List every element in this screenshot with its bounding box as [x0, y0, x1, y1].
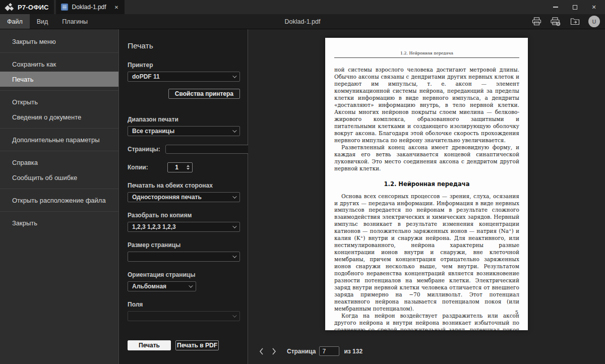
chevron-down-icon	[232, 194, 236, 198]
chevron-down-icon	[232, 313, 236, 317]
orientation-label: Ориентация страницы	[128, 271, 240, 278]
chevron-down-icon	[232, 128, 236, 132]
sidebar-item-open-file-location[interactable]: Открыть расположение файла	[0, 193, 118, 208]
duplex-select[interactable]: Односторонняя печать	[128, 192, 240, 202]
open-file-location-icon[interactable]	[569, 17, 580, 27]
sidebar-item-help[interactable]: Справка	[0, 155, 118, 170]
print-range-label: Диапазон печати	[128, 116, 240, 123]
printer-properties-button[interactable]: Свойства принтера	[168, 89, 240, 99]
file-menu-sidebar: Закрыть меню Сохранить как Печать Открыт…	[0, 29, 119, 364]
document-icon	[61, 4, 68, 11]
document-tab[interactable]: Doklad-1.pdf ✕	[56, 0, 125, 14]
minimize-button[interactable]	[553, 4, 559, 10]
duplex-label: Печатать на обеих сторонах	[128, 182, 240, 189]
sidebar-item-print[interactable]: Печать	[0, 72, 118, 87]
user-avatar[interactable]: U	[588, 16, 600, 27]
r7-office-logo-icon	[5, 3, 14, 11]
orientation-select[interactable]: Альбомная	[128, 281, 196, 291]
sidebar-item-report-issue[interactable]: Сообщить об ошибке	[0, 170, 118, 185]
page-navigation: Страница из 132	[259, 346, 362, 356]
page-running-head: 1.2. Нейронная передача	[334, 51, 519, 58]
print-range-select[interactable]: Все страницы	[128, 126, 240, 136]
window-controls: ✕	[553, 0, 605, 14]
sidebar-item-close-menu[interactable]: Закрыть меню	[0, 34, 118, 49]
page-size-select[interactable]	[128, 252, 240, 262]
sidebar-item-save-as[interactable]: Сохранить как	[0, 56, 118, 72]
page-paragraph: Разветвленный конец аксона имеет древови…	[334, 144, 519, 172]
collate-select[interactable]: 1,2,3 1,2,3 1,2,3	[128, 222, 240, 232]
sidebar-item-document-info[interactable]: Сведения о документе	[0, 109, 118, 125]
printer-select-value: doPDF 11	[132, 73, 160, 80]
copies-stepper[interactable]: 1	[167, 162, 193, 172]
pages-input[interactable]	[165, 145, 251, 154]
tab-close-icon[interactable]: ✕	[114, 5, 118, 10]
margins-label: Поля	[128, 301, 240, 308]
menu-bar: Файл Вид Плагины Doklad-1.pdf	[0, 14, 605, 29]
print-icon[interactable]	[531, 17, 542, 27]
chevron-down-icon	[232, 254, 236, 258]
page-number: 5	[515, 310, 518, 315]
margins-select	[128, 311, 240, 321]
maximize-button[interactable]	[572, 4, 578, 10]
orientation-select-value: Альбомная	[132, 283, 166, 290]
copies-value: 1	[168, 164, 186, 171]
chevron-down-icon	[232, 224, 236, 228]
sidebar-item-close[interactable]: Закрыть	[0, 215, 118, 230]
chevron-down-icon	[189, 283, 193, 287]
tab-label: Doklad-1.pdf	[72, 4, 106, 11]
main-content: Закрыть меню Сохранить как Печать Открыт…	[0, 29, 605, 364]
copies-label: Копии:	[128, 164, 148, 171]
printer-select[interactable]: doPDF 11	[128, 72, 240, 82]
current-page-input[interactable]	[319, 346, 339, 356]
stepper-arrows-icon[interactable]	[186, 165, 192, 170]
document-title: Doklad-1.pdf	[285, 14, 321, 29]
duplex-select-value: Односторонняя печать	[132, 194, 202, 201]
print-settings-panel: Печать Принтер doPDF 11 Свойства принтер…	[119, 29, 248, 364]
close-window-button[interactable]: ✕	[591, 4, 597, 10]
titlebar-drag-area	[125, 0, 553, 14]
sidebar-item-advanced-settings[interactable]: Дополнительные параметры	[0, 132, 118, 147]
printer-label: Принтер	[128, 62, 240, 69]
menu-file[interactable]: Файл	[0, 14, 30, 29]
page-paragraph: Основа всех сенсорных процессов — зрения…	[334, 193, 519, 313]
page-section-heading: 1.2. Нейронная передача	[334, 180, 519, 188]
page-size-label: Размер страницы	[128, 241, 240, 249]
print-range-select-value: Все страницы	[132, 128, 174, 135]
menu-plugins[interactable]: Плагины	[55, 14, 95, 29]
title-bar: Р7-ОФИС Doklad-1.pdf ✕ ✕	[0, 0, 605, 14]
print-to-pdf-button[interactable]: Печать в PDF	[175, 340, 219, 350]
total-pages-label: из 132	[344, 348, 362, 355]
menu-view[interactable]: Вид	[30, 14, 55, 29]
page-label: Страница	[287, 348, 316, 355]
previous-page-icon[interactable]	[259, 347, 264, 355]
next-page-icon[interactable]	[271, 347, 277, 355]
app-window: Р7-ОФИС Doklad-1.pdf ✕ ✕ Файл Вид Плагин…	[0, 0, 605, 364]
app-logo-block: Р7-ОФИС	[0, 0, 54, 14]
pdf-page: 1.2. Нейронная передача ной системы взро…	[325, 38, 528, 330]
page-paragraph: ной системы взрослого человека достигают…	[334, 67, 519, 144]
chevron-down-icon	[232, 74, 236, 78]
collate-label: Разобрать по копиям	[128, 212, 240, 219]
sidebar-item-open[interactable]: Открыть	[0, 94, 118, 109]
document-preview-area: 1.2. Нейронная передача ной системы взро…	[248, 29, 605, 364]
app-name: Р7-ОФИС	[18, 4, 49, 11]
menubar-icons: U	[531, 14, 600, 29]
page-paragraph: Когда на нейрон воздействует раздражител…	[334, 313, 519, 330]
collate-select-value: 1,2,3 1,2,3 1,2,3	[132, 223, 176, 230]
print-panel-title: Печать	[128, 41, 240, 50]
print-button[interactable]: Печать	[128, 340, 171, 350]
quick-print-icon[interactable]	[550, 17, 561, 27]
pages-label: Страницы:	[128, 146, 160, 153]
